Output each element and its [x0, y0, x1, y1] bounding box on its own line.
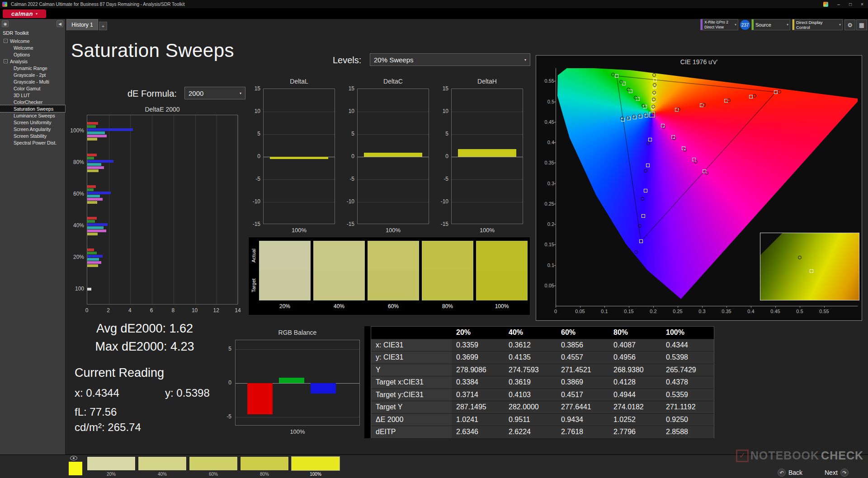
de-formula-value: 2000	[189, 89, 203, 97]
page-title: Saturation Sweeps	[71, 40, 234, 61]
add-tab-button[interactable]: +	[99, 22, 107, 30]
gridline	[236, 417, 359, 417]
close-button[interactable]: ×	[856, 0, 868, 8]
gridline	[236, 349, 359, 350]
bar-white	[87, 288, 91, 291]
tree-group-welcome[interactable]: −Welcome	[0, 37, 65, 44]
cie-y-tick: 0.1	[541, 262, 554, 268]
cie-measured-point-blue	[644, 169, 647, 173]
table-cell: 0.4103	[504, 389, 557, 402]
gear-icon[interactable]: ⚙	[844, 19, 855, 30]
tick-mark	[629, 306, 629, 308]
filmstrip-tile-60%[interactable]: 60%	[189, 456, 238, 477]
cie-x-tick: 0.15	[620, 309, 638, 314]
eye-icon[interactable]	[70, 456, 77, 460]
bar-green	[87, 125, 96, 128]
filmstrip-tile-40%[interactable]: 40%	[138, 456, 187, 477]
calman-menu-button[interactable]: calman ▾	[3, 9, 46, 18]
source-selector[interactable]: Source ▾	[751, 19, 790, 30]
gridline	[264, 134, 335, 135]
table-cell: 274.0182	[609, 401, 661, 414]
tree-expand-icon[interactable]: −	[4, 59, 8, 63]
filmstrip-current-swatch[interactable]	[69, 462, 82, 475]
y-tick-label: -5	[432, 176, 448, 182]
cie-measured-point-magenta	[672, 136, 676, 140]
swatch-comparison: ActualTarget20%40%60%80%100%	[248, 237, 530, 315]
avg-de2000: Avg dE2000: 1.62	[77, 322, 212, 336]
inset-target-point	[810, 269, 813, 273]
target-swatch	[368, 271, 419, 300]
table-row-label: Y	[371, 364, 452, 377]
tick-mark	[580, 306, 580, 308]
table-cell: 0.4956	[609, 351, 661, 364]
meter-selector[interactable]: X-Rite i1Pro 2 Direct View ▾	[700, 19, 738, 30]
minimize-button[interactable]: –	[833, 0, 844, 8]
tile-swatch	[240, 456, 289, 471]
sidebar-collapse-icon[interactable]: ◀	[57, 20, 63, 27]
x-tick-label: 10	[189, 307, 200, 314]
back-button[interactable]: ↶ Back	[778, 468, 802, 477]
target-swatch	[259, 271, 311, 300]
x-category-label: 100%	[263, 227, 335, 234]
levels-dropdown[interactable]: 20% Sweeps ▾	[370, 53, 530, 66]
meter-mode: Direct View	[704, 25, 733, 30]
tree-expand-icon[interactable]: −	[4, 39, 8, 43]
gridline	[358, 202, 429, 202]
sidebar-item-3d-lut[interactable]: 3D LUT	[0, 92, 65, 98]
bar-green	[279, 378, 304, 383]
table-cell: 0.3856	[557, 339, 609, 352]
sidebar-item-options[interactable]: Options	[0, 51, 65, 58]
bar-group-100	[87, 273, 237, 305]
bar-green	[87, 188, 94, 191]
filmstrip-tile-20%[interactable]: 20%	[87, 456, 136, 477]
bar-magenta	[87, 198, 103, 201]
sidebar-target-icon[interactable]: ◉	[2, 20, 9, 27]
tile-swatch	[189, 456, 238, 471]
cie-measured-point-yellow	[652, 98, 656, 101]
deltaL-chart	[263, 89, 335, 224]
y-tick-label: -10	[432, 198, 448, 205]
bar-group-80%	[87, 147, 237, 178]
cie-whitepoint-measured	[651, 112, 654, 116]
display-control-label: Direct Display Control	[794, 20, 839, 30]
chevron-down-icon: ▾	[524, 58, 526, 62]
cie-measured-point-magenta	[683, 148, 687, 152]
display-control-selector[interactable]: Direct Display Control ▾	[792, 19, 843, 30]
sidebar-item-color-gamut[interactable]: Color Gamut	[0, 85, 65, 92]
sidebar-item-luminance-sweeps[interactable]: Luminance Sweeps	[0, 112, 65, 119]
table-row-label: Target y:CIE31	[371, 389, 452, 402]
next-button[interactable]: Next ↷	[825, 468, 849, 477]
deltaC-title: DeltaC	[357, 78, 429, 85]
bar-group-60%	[87, 178, 237, 210]
sidebar-item-grayscale-2pt[interactable]: Grayscale - 2pt	[0, 71, 65, 78]
sidebar-item-dynamic-range[interactable]: Dynamic Range	[0, 65, 65, 71]
cie-target-point-green	[615, 74, 618, 78]
sidebar-item-saturation-sweeps[interactable]: Saturation Sweeps	[0, 105, 65, 112]
swatch-level-label: 60%	[368, 303, 419, 309]
cie-measured-point-blue	[641, 197, 644, 201]
sidebar-item-colorchecker[interactable]: ColorChecker	[0, 98, 65, 105]
bar-blue	[87, 223, 108, 226]
y-tick-label: -5	[216, 413, 231, 420]
layout-panel-icon[interactable]: ▦	[856, 19, 867, 30]
filmstrip-tile-100%[interactable]: 100%	[291, 456, 340, 477]
sidebar-item-spectral-power-dist-[interactable]: Spectral Power Dist.	[0, 139, 65, 146]
table-row-label: dEITP	[371, 426, 452, 439]
filmstrip-tile-80%[interactable]: 80%	[240, 456, 289, 477]
bar-red	[87, 122, 98, 125]
cie-measured-point-green	[642, 104, 645, 108]
sidebar: ◉ ◀ SDR Toolkit −WelcomeWelcomeOptions−A…	[0, 19, 66, 455]
y-tick-label: -5	[338, 176, 354, 182]
tab-history-1[interactable]: History 1	[66, 19, 98, 30]
sidebar-item-welcome[interactable]: Welcome	[0, 44, 65, 51]
sidebar-item-screen-uniformity[interactable]: Screen Uniformity	[0, 119, 65, 126]
bar-yellow	[87, 169, 99, 172]
sidebar-item-grayscale-multi[interactable]: Grayscale - Multi	[0, 78, 65, 85]
maximize-button[interactable]: □	[844, 0, 856, 8]
table-header-cell: 40%	[504, 327, 557, 339]
table-cell: 0.3869	[557, 376, 609, 389]
bar-red	[247, 383, 273, 414]
de-formula-dropdown[interactable]: 2000 ▾	[184, 87, 245, 99]
tree-group-analysis[interactable]: −Analysis	[0, 58, 65, 65]
y-tick-label: 5	[244, 131, 260, 137]
